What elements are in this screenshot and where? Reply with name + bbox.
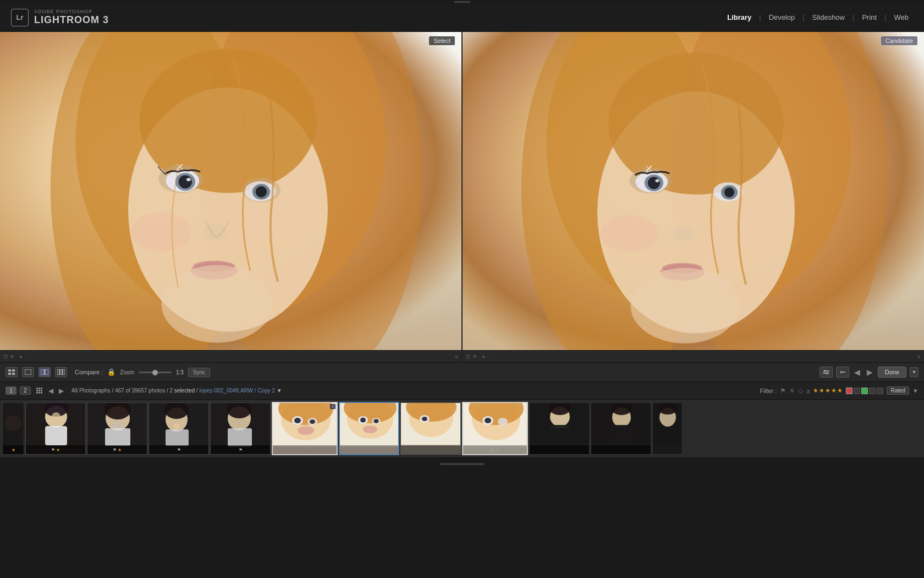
- filmstrip-thumb-7[interactable]: ⊡: [339, 402, 399, 455]
- multi-view-btn[interactable]: [36, 388, 44, 394]
- filmstrip-thumb-1[interactable]: ★: [2, 402, 24, 455]
- candidate-panel-bottom: ⊡ ✕ ★ · · · · ×: [463, 350, 924, 362]
- filter-flag-unflagged[interactable]: ◇: [798, 387, 803, 395]
- filmstrip-thumb-4[interactable]: ⚑: [148, 402, 209, 455]
- compare-toolbar: Compare : 🔒 Zoom 1:3 Sync ◀ ▶ Done ▼: [0, 362, 924, 382]
- svg-rect-52: [36, 388, 38, 389]
- nav-web[interactable]: Web: [890, 11, 914, 24]
- color-filter-yellow[interactable]: [854, 388, 860, 394]
- nav-print[interactable]: Print: [857, 11, 881, 24]
- selected-count: selected: [174, 388, 195, 394]
- select-star-5[interactable]: ·: [32, 354, 34, 359]
- select-star-4[interactable]: ·: [29, 354, 31, 359]
- rated-filter-btn[interactable]: Rated: [887, 386, 909, 395]
- filmstrip-thumb-12[interactable]: [652, 402, 683, 455]
- filter-rating-threshold[interactable]: ≥: [806, 388, 810, 394]
- candidate-star-3[interactable]: ·: [490, 354, 491, 359]
- filter-star-3[interactable]: ★: [825, 387, 831, 394]
- thumb-10-bottom: [530, 445, 589, 454]
- filter-star-1[interactable]: ★: [813, 387, 818, 394]
- done-button[interactable]: Done: [878, 367, 906, 378]
- svg-point-106: [485, 418, 491, 423]
- candidate-x-icon[interactable]: ✕: [472, 353, 477, 359]
- svg-point-96: [363, 426, 377, 433]
- candidate-panel[interactable]: Candidate ⊡ ✕ ★ · · · · ×: [461, 32, 924, 362]
- color-filter-red[interactable]: [846, 388, 853, 394]
- svg-point-62: [5, 415, 21, 432]
- zoom-slider[interactable]: [139, 372, 172, 373]
- prev-compare-btn[interactable]: ◀: [853, 368, 862, 377]
- nav-library[interactable]: Library: [723, 11, 756, 24]
- filter-star-5[interactable]: ★: [837, 387, 843, 394]
- filmstrip-thumb-10[interactable]: [529, 402, 590, 455]
- filter-expand-btn[interactable]: ▼: [912, 388, 919, 394]
- svg-point-67: [52, 412, 61, 421]
- select-panel[interactable]: Select ⊡ ✕ ★ · · · · ×: [0, 32, 461, 362]
- svg-point-38: [631, 268, 740, 343]
- filmstrip-thumb-3[interactable]: ⚑ ★: [87, 402, 147, 455]
- app-title-area: ADOBE PHOTOSHOP LIGHTROOM 3: [34, 9, 109, 26]
- filter-label: Filter :: [760, 388, 777, 394]
- select-star-3[interactable]: ·: [27, 354, 29, 359]
- filmstrip-thumb-9[interactable]: ⊡ ✕: [462, 402, 528, 455]
- select-star-2[interactable]: ·: [24, 354, 26, 359]
- filmstrip-thumb-6[interactable]: 4 ⊡ ✕: [272, 402, 338, 455]
- svg-rect-55: [36, 390, 38, 391]
- filter-flag-reject[interactable]: ✕: [789, 387, 795, 395]
- thumb-5-bottom: ⚑: [211, 445, 270, 454]
- compare-view-btn[interactable]: [38, 367, 51, 377]
- filmstrip-thumb-2[interactable]: ⚑ ★: [25, 402, 86, 455]
- candidate-flag-icon[interactable]: ⊡: [466, 353, 470, 359]
- grid-view-btn[interactable]: [6, 367, 18, 377]
- filmstrip-toolbar: 1 2 ◀ ▶ All Photographs / 467 of 39657 p…: [0, 382, 924, 400]
- swap-images-btn[interactable]: [820, 367, 833, 378]
- svg-rect-53: [38, 388, 40, 389]
- zoom-slider-container: [139, 372, 172, 373]
- svg-point-18: [161, 265, 272, 343]
- filmstrip-thumb-5[interactable]: ⚑: [210, 402, 271, 455]
- svg-rect-45: [25, 369, 31, 375]
- color-filter-blue[interactable]: [869, 388, 876, 394]
- color-filter-purple[interactable]: [877, 388, 883, 394]
- survey-view-btn[interactable]: [55, 367, 67, 377]
- candidate-panel-close[interactable]: ×: [917, 353, 921, 360]
- loupe-view-btn[interactable]: [22, 367, 34, 377]
- candidate-star-4[interactable]: ·: [492, 354, 493, 359]
- filmstrip-next-btn[interactable]: ▶: [58, 387, 65, 395]
- page-1-btn[interactable]: 1: [6, 386, 16, 395]
- candidate-star-1[interactable]: ★: [481, 354, 486, 359]
- drag-indicator: [454, 1, 470, 3]
- filmstrip-prev-btn[interactable]: ◀: [47, 387, 54, 395]
- nav-slideshow[interactable]: Slideshow: [808, 11, 849, 24]
- sync-button[interactable]: Sync: [188, 368, 210, 377]
- filmstrip-scrollbar[interactable]: [440, 463, 484, 465]
- candidate-star-2[interactable]: ·: [487, 354, 488, 359]
- filmstrip-thumb-11[interactable]: [591, 402, 651, 455]
- nav-develop[interactable]: Develop: [765, 11, 800, 24]
- select-flag-icon[interactable]: ⊡: [3, 353, 8, 359]
- filter-star-4[interactable]: ★: [831, 387, 837, 394]
- page-2-btn[interactable]: 2: [20, 386, 31, 395]
- select-x-icon[interactable]: ✕: [10, 353, 14, 359]
- next-compare-btn[interactable]: ▶: [865, 368, 875, 377]
- svg-point-93: [360, 418, 366, 423]
- compare-options-btn[interactable]: ▼: [910, 367, 919, 377]
- color-filter-green[interactable]: [861, 388, 868, 394]
- select-star-1[interactable]: ★: [19, 354, 23, 359]
- app-name: LIGHTROOM 3: [34, 14, 109, 26]
- svg-rect-71: [105, 428, 130, 446]
- filter-flag-white[interactable]: ⚑: [780, 387, 786, 395]
- lock-icon[interactable]: 🔒: [107, 368, 116, 376]
- svg-point-87: [310, 419, 315, 424]
- select-panel-close[interactable]: ×: [455, 353, 458, 360]
- filename-link[interactable]: lopez-002_0048.ARW / Copy 2: [199, 388, 275, 394]
- thumb-4-bottom: ⚑: [149, 445, 208, 454]
- swap-select-btn[interactable]: [836, 367, 849, 378]
- svg-rect-80: [228, 428, 252, 446]
- zoom-thumb[interactable]: [152, 370, 158, 375]
- svg-point-34: [673, 226, 694, 241]
- filmstrip-thumb-8[interactable]: [400, 402, 461, 455]
- candidate-star-5[interactable]: ·: [494, 354, 496, 359]
- filter-star-2[interactable]: ★: [819, 387, 824, 394]
- svg-point-33: [724, 187, 734, 197]
